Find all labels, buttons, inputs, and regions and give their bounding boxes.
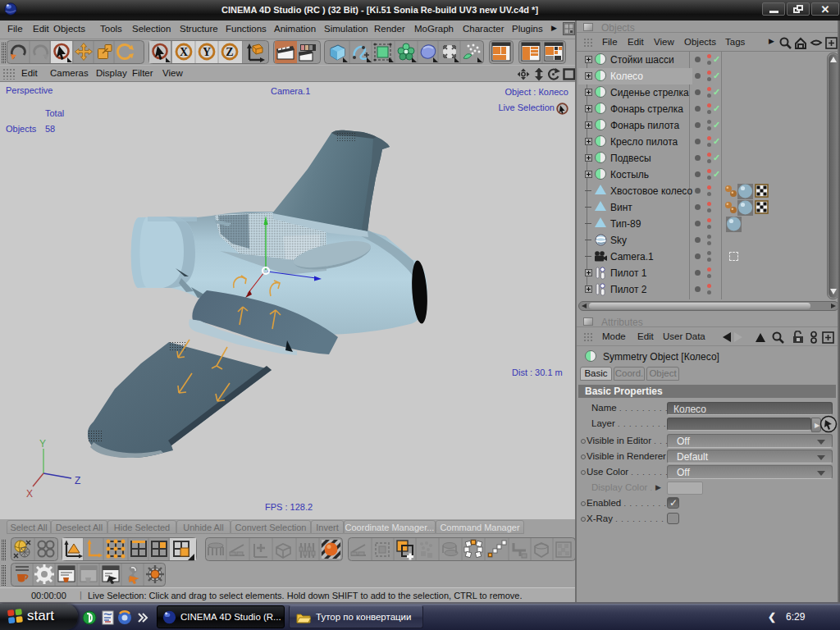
- svg-text:Y: Y: [39, 438, 46, 450]
- svg-text:X: X: [26, 488, 33, 500]
- svg-text:Z: Z: [75, 475, 80, 486]
- svg-text:Y: Y: [203, 46, 211, 58]
- svg-text:Z: Z: [226, 46, 233, 58]
- svg-text:X: X: [180, 46, 188, 58]
